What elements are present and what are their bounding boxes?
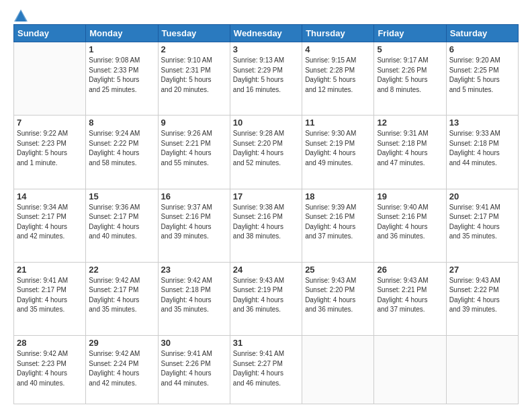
table-row: 12Sunrise: 9:31 AM Sunset: 2:18 PM Dayli… (374, 116, 446, 189)
day-info: Sunrise: 9:36 AM Sunset: 2:17 PM Dayligh… (89, 203, 154, 242)
day-number: 4 (305, 44, 371, 54)
day-info: Sunrise: 9:24 AM Sunset: 2:22 PM Dayligh… (89, 129, 154, 168)
day-number: 29 (89, 338, 154, 348)
table-row: 28Sunrise: 9:42 AM Sunset: 2:23 PM Dayli… (14, 336, 86, 404)
day-info: Sunrise: 9:17 AM Sunset: 2:26 PM Dayligh… (377, 56, 443, 95)
day-number: 27 (449, 265, 515, 275)
day-info: Sunrise: 9:20 AM Sunset: 2:25 PM Dayligh… (449, 56, 515, 95)
day-info: Sunrise: 9:43 AM Sunset: 2:20 PM Dayligh… (305, 276, 371, 315)
table-row: 21Sunrise: 9:41 AM Sunset: 2:17 PM Dayli… (14, 262, 86, 335)
day-info: Sunrise: 9:42 AM Sunset: 2:23 PM Dayligh… (17, 349, 83, 388)
header (13, 12, 519, 19)
table-row: 17Sunrise: 9:38 AM Sunset: 2:16 PM Dayli… (230, 189, 302, 262)
table-row: 30Sunrise: 9:41 AM Sunset: 2:26 PM Dayli… (158, 336, 230, 404)
table-row: 29Sunrise: 9:42 AM Sunset: 2:24 PM Dayli… (86, 336, 158, 404)
table-row (446, 336, 518, 404)
day-number: 30 (161, 338, 227, 348)
table-row: 31Sunrise: 9:41 AM Sunset: 2:27 PM Dayli… (230, 336, 302, 404)
col-friday: Friday (374, 25, 446, 42)
table-row: 20Sunrise: 9:41 AM Sunset: 2:17 PM Dayli… (446, 189, 518, 262)
day-number: 11 (305, 118, 371, 128)
day-info: Sunrise: 9:43 AM Sunset: 2:22 PM Dayligh… (449, 276, 515, 315)
day-number: 14 (17, 191, 83, 201)
day-info: Sunrise: 9:43 AM Sunset: 2:21 PM Dayligh… (377, 276, 443, 315)
table-row: 1Sunrise: 9:08 AM Sunset: 2:33 PM Daylig… (86, 42, 158, 116)
day-info: Sunrise: 9:13 AM Sunset: 2:29 PM Dayligh… (233, 56, 299, 95)
day-info: Sunrise: 9:40 AM Sunset: 2:16 PM Dayligh… (377, 203, 443, 242)
table-row: 16Sunrise: 9:37 AM Sunset: 2:16 PM Dayli… (158, 189, 230, 262)
day-number: 15 (89, 191, 154, 201)
day-info: Sunrise: 9:42 AM Sunset: 2:18 PM Dayligh… (161, 276, 227, 315)
day-number: 23 (161, 265, 227, 275)
page: Sunday Monday Tuesday Wednesday Thursday… (0, 0, 532, 411)
day-info: Sunrise: 9:39 AM Sunset: 2:16 PM Dayligh… (305, 203, 371, 242)
day-number: 2 (161, 44, 227, 54)
table-row: 11Sunrise: 9:30 AM Sunset: 2:19 PM Dayli… (302, 116, 374, 189)
table-row: 10Sunrise: 9:28 AM Sunset: 2:20 PM Dayli… (230, 116, 302, 189)
day-info: Sunrise: 9:22 AM Sunset: 2:23 PM Dayligh… (17, 129, 83, 168)
day-info: Sunrise: 9:08 AM Sunset: 2:33 PM Dayligh… (89, 56, 154, 95)
day-number: 5 (377, 44, 443, 54)
day-number: 26 (377, 265, 443, 275)
table-row (374, 336, 446, 404)
day-info: Sunrise: 9:34 AM Sunset: 2:17 PM Dayligh… (17, 203, 83, 242)
day-number: 20 (449, 191, 515, 201)
table-row (302, 336, 374, 404)
day-info: Sunrise: 9:42 AM Sunset: 2:17 PM Dayligh… (89, 276, 154, 315)
day-info: Sunrise: 9:41 AM Sunset: 2:17 PM Dayligh… (449, 203, 515, 242)
table-row: 9Sunrise: 9:26 AM Sunset: 2:21 PM Daylig… (158, 116, 230, 189)
col-tuesday: Tuesday (158, 25, 230, 42)
day-number: 13 (449, 118, 515, 128)
table-row: 26Sunrise: 9:43 AM Sunset: 2:21 PM Dayli… (374, 262, 446, 335)
table-row: 5Sunrise: 9:17 AM Sunset: 2:26 PM Daylig… (374, 42, 446, 116)
table-row: 22Sunrise: 9:42 AM Sunset: 2:17 PM Dayli… (86, 262, 158, 335)
table-row: 3Sunrise: 9:13 AM Sunset: 2:29 PM Daylig… (230, 42, 302, 116)
table-row: 4Sunrise: 9:15 AM Sunset: 2:28 PM Daylig… (302, 42, 374, 116)
logo-icon (14, 9, 28, 21)
day-info: Sunrise: 9:41 AM Sunset: 2:26 PM Dayligh… (161, 349, 227, 388)
table-row: 24Sunrise: 9:43 AM Sunset: 2:19 PM Dayli… (230, 262, 302, 335)
table-row: 27Sunrise: 9:43 AM Sunset: 2:22 PM Dayli… (446, 262, 518, 335)
day-number: 8 (89, 118, 154, 128)
day-info: Sunrise: 9:15 AM Sunset: 2:28 PM Dayligh… (305, 56, 371, 95)
col-monday: Monday (86, 25, 158, 42)
table-row: 19Sunrise: 9:40 AM Sunset: 2:16 PM Dayli… (374, 189, 446, 262)
day-number: 25 (305, 265, 371, 275)
table-row: 25Sunrise: 9:43 AM Sunset: 2:20 PM Dayli… (302, 262, 374, 335)
table-row: 6Sunrise: 9:20 AM Sunset: 2:25 PM Daylig… (446, 42, 518, 116)
table-row: 2Sunrise: 9:10 AM Sunset: 2:31 PM Daylig… (158, 42, 230, 116)
day-info: Sunrise: 9:43 AM Sunset: 2:19 PM Dayligh… (233, 276, 299, 315)
table-row: 23Sunrise: 9:42 AM Sunset: 2:18 PM Dayli… (158, 262, 230, 335)
day-number: 31 (233, 338, 299, 348)
calendar-table: Sunday Monday Tuesday Wednesday Thursday… (13, 24, 519, 404)
day-info: Sunrise: 9:37 AM Sunset: 2:16 PM Dayligh… (161, 203, 227, 242)
day-info: Sunrise: 9:38 AM Sunset: 2:16 PM Dayligh… (233, 203, 299, 242)
day-number: 21 (17, 265, 83, 275)
day-info: Sunrise: 9:26 AM Sunset: 2:21 PM Dayligh… (161, 129, 227, 168)
day-number: 3 (233, 44, 299, 54)
day-number: 10 (233, 118, 299, 128)
day-number: 17 (233, 191, 299, 201)
table-row: 15Sunrise: 9:36 AM Sunset: 2:17 PM Dayli… (86, 189, 158, 262)
day-number: 18 (305, 191, 371, 201)
logo (13, 12, 28, 19)
table-row (14, 42, 86, 116)
table-row: 14Sunrise: 9:34 AM Sunset: 2:17 PM Dayli… (14, 189, 86, 262)
col-sunday: Sunday (14, 25, 86, 42)
table-row: 13Sunrise: 9:33 AM Sunset: 2:18 PM Dayli… (446, 116, 518, 189)
day-number: 24 (233, 265, 299, 275)
day-info: Sunrise: 9:41 AM Sunset: 2:27 PM Dayligh… (233, 349, 299, 388)
day-info: Sunrise: 9:33 AM Sunset: 2:18 PM Dayligh… (449, 129, 515, 168)
day-info: Sunrise: 9:31 AM Sunset: 2:18 PM Dayligh… (377, 129, 443, 168)
col-thursday: Thursday (302, 25, 374, 42)
col-wednesday: Wednesday (230, 25, 302, 42)
calendar-header-row: Sunday Monday Tuesday Wednesday Thursday… (14, 25, 519, 42)
day-info: Sunrise: 9:30 AM Sunset: 2:19 PM Dayligh… (305, 129, 371, 168)
col-saturday: Saturday (446, 25, 518, 42)
table-row: 8Sunrise: 9:24 AM Sunset: 2:22 PM Daylig… (86, 116, 158, 189)
day-number: 12 (377, 118, 443, 128)
day-number: 7 (17, 118, 83, 128)
day-number: 16 (161, 191, 227, 201)
day-info: Sunrise: 9:42 AM Sunset: 2:24 PM Dayligh… (89, 349, 154, 388)
table-row: 7Sunrise: 9:22 AM Sunset: 2:23 PM Daylig… (14, 116, 86, 189)
